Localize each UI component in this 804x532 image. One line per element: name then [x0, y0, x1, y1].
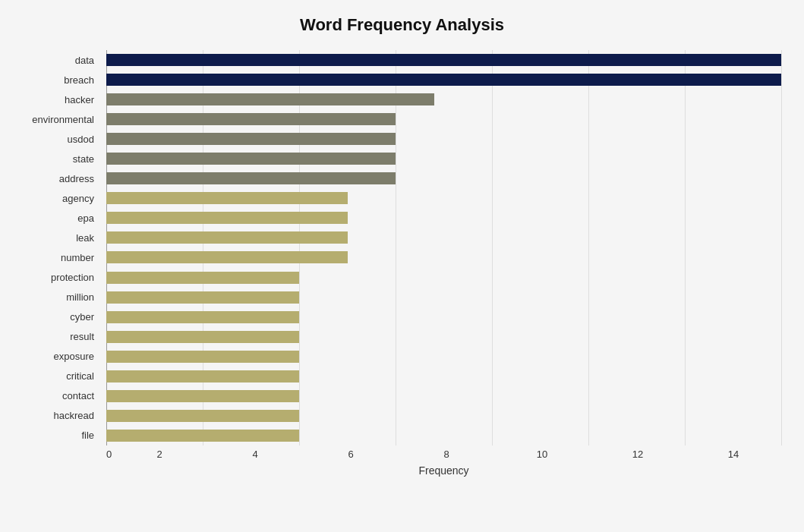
bar-row	[106, 168, 781, 188]
bar-row	[106, 386, 781, 406]
y-label: protection	[51, 268, 100, 288]
y-label: hackread	[54, 406, 100, 426]
y-label: breach	[64, 70, 100, 90]
x-tick-label: 0	[106, 449, 112, 460]
bar	[106, 251, 348, 263]
bar	[106, 54, 781, 66]
bars-area	[106, 50, 781, 445]
x-tick-label: 4	[207, 449, 303, 460]
bar	[106, 192, 348, 204]
bar-row	[106, 406, 781, 426]
x-tick-label: 8	[399, 449, 494, 460]
bar-row	[106, 307, 781, 327]
bar-row	[106, 426, 781, 445]
y-label: state	[73, 149, 100, 168]
bar	[106, 74, 781, 86]
bar-row	[106, 367, 781, 386]
bar	[106, 390, 299, 402]
y-label: million	[66, 288, 100, 307]
y-label: number	[61, 247, 100, 267]
bar-row	[106, 109, 781, 129]
bar	[106, 331, 299, 343]
x-tick-label: 10	[494, 449, 590, 460]
y-label: leak	[76, 228, 100, 247]
bar-row	[106, 247, 781, 267]
y-label: contact	[62, 386, 100, 406]
y-label: result	[70, 327, 100, 347]
bar	[106, 370, 299, 382]
grid-line	[781, 50, 782, 445]
bar	[106, 172, 396, 184]
bar	[106, 93, 434, 105]
bar-row	[106, 188, 781, 208]
y-label: epa	[77, 208, 100, 228]
bar-row	[106, 70, 781, 90]
bar	[106, 410, 299, 422]
x-tick-label: 2	[112, 449, 207, 460]
bar	[106, 291, 299, 304]
bar	[106, 113, 396, 125]
chart-title: Word Frequency Analysis	[23, 15, 781, 35]
y-label: cyber	[70, 307, 100, 327]
y-label: exposure	[54, 347, 100, 367]
y-label: usdod	[68, 129, 100, 149]
bar-row	[106, 90, 781, 109]
chart-container: Word Frequency Analysis databreachhacker…	[0, 0, 804, 532]
y-label: data	[75, 50, 100, 70]
bar	[106, 272, 299, 284]
bar	[106, 351, 299, 363]
bar	[106, 153, 396, 165]
bar-row	[106, 288, 781, 307]
x-axis-title: Frequency	[106, 464, 781, 477]
y-label: critical	[66, 367, 100, 386]
x-tick-label: 6	[303, 449, 399, 460]
bar	[106, 133, 396, 145]
x-tick-label: 12	[590, 449, 686, 460]
y-label: hacker	[65, 90, 100, 109]
x-axis: 02468101214 Frequency	[106, 445, 781, 477]
bar-row	[106, 208, 781, 228]
bar	[106, 231, 348, 244]
y-label: address	[59, 168, 100, 188]
bar-row	[106, 268, 781, 288]
bar	[106, 311, 299, 323]
bar-row	[106, 327, 781, 347]
y-label: file	[81, 426, 100, 445]
bar-row	[106, 228, 781, 247]
y-axis-labels: databreachhackerenvironmentalusdodstatea…	[23, 50, 106, 445]
bar	[106, 212, 348, 224]
bar	[106, 430, 299, 442]
y-label: environmental	[32, 109, 100, 129]
bar-row	[106, 347, 781, 367]
bar-row	[106, 149, 781, 168]
bar-row	[106, 129, 781, 149]
bar-row	[106, 50, 781, 70]
x-tick-label: 14	[686, 449, 781, 460]
y-label: agency	[62, 188, 100, 208]
